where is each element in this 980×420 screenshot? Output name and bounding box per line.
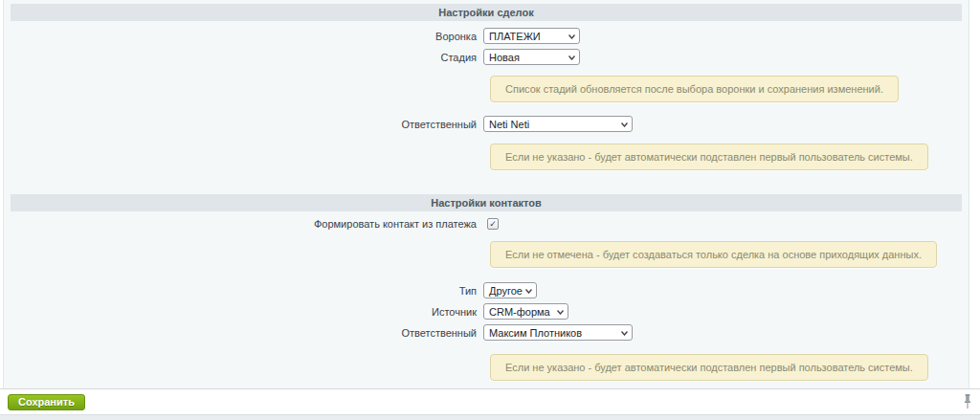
footer-divider xyxy=(0,388,980,389)
pin-icon[interactable] xyxy=(962,393,973,409)
funnel-select-value: ПЛАТЕЖИ xyxy=(489,31,541,42)
contact-type-select[interactable]: Другое xyxy=(483,282,537,298)
contact-source-row: Источник CRM-форма xyxy=(4,303,969,320)
chevron-down-icon xyxy=(557,310,564,315)
bottom-bar xyxy=(0,414,980,420)
create-contact-row: Формировать контакт из платежа ✓ xyxy=(4,218,969,230)
create-contact-checkbox[interactable]: ✓ xyxy=(487,218,499,230)
chevron-down-icon xyxy=(621,331,628,336)
settings-panel: Настройки сделок Воронка ПЛАТЕЖИ Стадия … xyxy=(3,0,969,388)
deal-contact-settings-page: Настройки сделок Воронка ПЛАТЕЖИ Стадия … xyxy=(0,0,980,420)
contact-settings-header: Настройки контактов xyxy=(11,194,962,211)
contact-responsible-select-value: Максим Плотников xyxy=(489,327,582,339)
contact-responsible-row: Ответственный Максим Плотников xyxy=(4,324,969,341)
stage-label: Стадия xyxy=(4,52,483,63)
stage-note: Список стадий обновляется после выбора в… xyxy=(490,76,899,102)
contact-source-select-value: CRM-форма xyxy=(489,306,550,318)
contact-type-select-value: Другое xyxy=(489,285,523,297)
chevron-down-icon xyxy=(568,34,575,39)
funnel-label: Воронка xyxy=(4,31,483,42)
contact-type-label: Тип xyxy=(4,285,483,297)
contact-type-row: Тип Другое xyxy=(4,282,969,298)
funnel-select[interactable]: ПЛАТЕЖИ xyxy=(483,28,580,44)
deal-responsible-select-value: Neti Neti xyxy=(489,119,529,130)
chevron-down-icon xyxy=(525,289,532,294)
contact-source-label: Источник xyxy=(4,306,483,318)
stage-select-value: Новая xyxy=(489,52,520,63)
deal-responsible-select[interactable]: Neti Neti xyxy=(483,116,633,132)
chevron-down-icon xyxy=(621,122,628,127)
contact-source-select[interactable]: CRM-форма xyxy=(483,303,568,320)
create-contact-label: Формировать контакт из платежа xyxy=(4,218,483,230)
contact-responsible-label: Ответственный xyxy=(4,327,483,339)
contact-responsible-note: Если не указано - будет автоматически по… xyxy=(490,354,928,381)
stage-select[interactable]: Новая xyxy=(483,49,580,65)
deal-responsible-row: Ответственный Neti Neti xyxy=(4,116,969,132)
funnel-row: Воронка ПЛАТЕЖИ xyxy=(4,28,969,44)
save-button[interactable]: Сохранить xyxy=(8,394,85,410)
deal-responsible-note: Если не указано - будет автоматически по… xyxy=(490,144,928,170)
contact-responsible-select[interactable]: Максим Плотников xyxy=(483,324,633,341)
stage-row: Стадия Новая xyxy=(4,49,969,65)
chevron-down-icon xyxy=(568,55,575,60)
deal-responsible-label: Ответственный xyxy=(4,119,483,130)
deal-settings-header: Настройки сделок xyxy=(11,4,962,21)
create-contact-note: Если не отмечена - будет создаваться тол… xyxy=(490,241,937,268)
